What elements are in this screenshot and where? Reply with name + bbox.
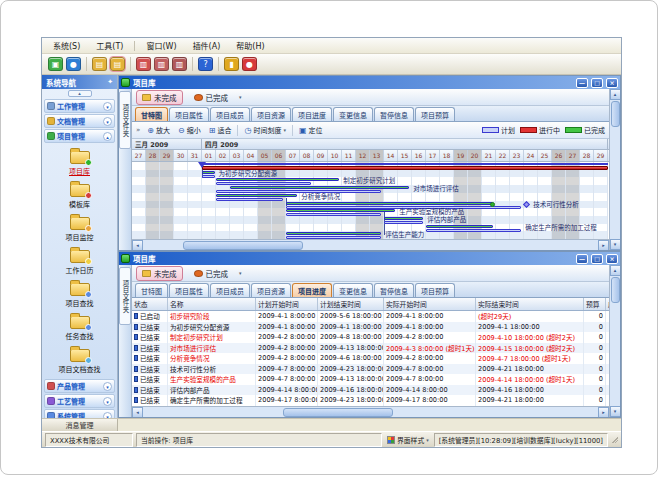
tab-pause-info[interactable]: 暂停信息 [374,283,414,297]
scroll-right-icon[interactable]: ▸ [598,407,609,418]
tab-project-budget[interactable]: 项目预算 [415,107,455,121]
col-header-3[interactable]: 计划结束时间 [318,298,384,310]
pushpin-icon[interactable]: ✦ [107,78,113,86]
sidebar-group-system-mgmt[interactable]: 系统管理▾ [44,409,115,418]
gantt-vertical-scrollbar[interactable]: ▴ ▾ [609,89,620,250]
toolbar-chevron-icon[interactable]: » [136,126,140,134]
filter-incomplete[interactable]: 未完成 [136,90,183,105]
sidebar-item-project-search[interactable]: 项目查找 [66,280,94,308]
col-header-4[interactable]: 实际开始时间 [384,298,476,310]
resize-grip[interactable] [611,436,618,443]
scroll-thumb[interactable] [611,101,620,127]
expand-icon[interactable]: ▾ [103,102,112,111]
sidebar-item-project-doc-search[interactable]: 项目文档查找 [59,346,101,374]
task-actual-bar[interactable] [286,209,395,212]
table-vertical-scrollbar[interactable]: ▴ ▾ [609,265,620,417]
scroll-left-icon[interactable]: ◂ [132,240,143,251]
restore-button[interactable]: □ [591,78,603,88]
expand-icon[interactable]: ▾ [103,397,112,406]
task-plan-bar[interactable] [426,229,521,232]
sidebar-group-process-mgmt[interactable]: 工艺管理▾ [44,394,115,408]
tab-project-members[interactable]: 项目成员 [210,107,250,121]
task-actual-bar[interactable] [216,194,297,197]
sidebar-group-project-mgmt[interactable]: 项目管理▴ [44,129,115,143]
filter-complete[interactable]: 已完成 [188,90,235,105]
col-header-2[interactable]: 计划开始时间 [256,298,318,310]
table-row[interactable]: 已结束技术可行性分析2009-4-7 8:00:002009-4-23 18:0… [132,364,609,375]
col-header-6[interactable]: 预算 [584,298,606,310]
table-row[interactable]: 已启动初步研究阶段2009-4-1 8:00:002009-5-6 18:00:… [132,311,609,322]
web-icon[interactable]: ● [66,57,81,71]
task-plan-bar[interactable] [286,236,381,239]
scroll-up-icon[interactable]: ▴ [610,89,621,100]
menu-item-system[interactable]: 系统(S) [46,39,87,52]
exit-icon[interactable]: ● [242,57,257,71]
scroll-up-icon[interactable]: ▴ [610,265,621,276]
help-icon[interactable]: ? [198,57,213,71]
minimize-button[interactable]: — [576,78,588,88]
table-row[interactable]: 已结束为初步研究分配资源2009-4-1 8:00:002009-4-1 18:… [132,322,609,333]
table-row[interactable]: 已结束制定初步研究计划2009-4-2 8:00:002009-4-8 18:0… [132,332,609,343]
task-plan-bar[interactable] [216,198,283,201]
tab-project-budget[interactable]: 项目预算 [415,283,455,297]
sidebar-item-project-monitor[interactable]: 项目监控 [66,214,94,242]
scroll-thumb[interactable] [283,408,393,417]
task-plan-bar[interactable] [202,175,215,178]
sidebar-item-task-search[interactable]: 任务查找 [66,313,94,341]
tab-gantt[interactable]: 甘特图 [135,283,168,297]
task-actual-bar[interactable] [286,232,381,235]
table-row[interactable]: 已结束确定生产所需的加工过程2009-4-17 8:00:002009-4-23… [132,395,609,406]
task-actual-bar[interactable] [230,186,409,189]
gantt-tool-locate[interactable]: ▣定位 [296,124,326,136]
table-row[interactable]: 已结束生产实验室规模的产品2009-4-7 8:00:002009-4-13 1… [132,374,609,385]
scroll-thumb[interactable] [183,241,303,250]
table-panel-title-bar[interactable]: 项目库 — □ × [119,252,620,265]
table-row[interactable]: 已结束评估内部产品2009-4-14 8:00:002009-4-16 18:0… [132,385,609,396]
sidebar-group-work-mgmt[interactable]: 工作管理▾ [44,99,115,113]
tab-project-resources[interactable]: 项目资源 [251,107,291,121]
task-plan-bar[interactable] [286,213,381,216]
tab-message-mgmt[interactable]: 消息管理 [42,419,118,431]
collapse-icon[interactable]: ▴ [103,132,112,141]
session-icon[interactable]: ▣ [48,57,63,71]
tab-pause-info[interactable]: 暂停信息 [374,107,414,121]
task-actual-bar[interactable] [286,202,493,205]
open-folder-icon[interactable]: ▤ [92,57,107,71]
vertical-tab-project-folder[interactable]: 项目文件夹 [119,265,132,417]
sidebar-group-doc-mgmt[interactable]: 文档管理▾ [44,114,115,128]
tab-project-members[interactable]: 项目成员 [210,283,250,297]
tab-project-props[interactable]: 项目属性 [169,283,209,297]
col-header-0[interactable]: 状态 [132,298,168,310]
sidebar-item-work-calendar[interactable]: 工作日历 [66,247,94,275]
col-header-5[interactable]: 实际结束时间 [476,298,584,310]
tab-project-progress[interactable]: 项目进度 [292,283,332,297]
lock-icon[interactable]: ▮ [224,57,239,71]
scroll-thumb[interactable] [611,277,620,303]
menu-item-window[interactable]: 窗口(W) [139,39,183,52]
scroll-right-icon[interactable]: ▸ [598,240,609,251]
scroll-left-icon[interactable]: ◂ [132,407,143,418]
tab-change-info[interactable]: 变更信息 [333,283,373,297]
menu-item-help[interactable]: 帮助(H) [229,39,271,52]
restore-button[interactable]: □ [591,254,603,264]
expand-icon[interactable]: ▾ [103,382,112,391]
minimize-button[interactable]: — [576,254,588,264]
print-icon[interactable]: ▥ [172,57,187,71]
filter-overflow-icon[interactable]: ▾ [239,270,242,276]
gantt-tool-time-scale[interactable]: ◷时间刻度▾ [241,124,289,136]
gantt-tool-fit[interactable]: ⊞适合 [206,124,235,136]
sidebar-group-product-mgmt[interactable]: 产品管理▾ [44,379,115,393]
task-plan-bar[interactable] [216,190,381,193]
tab-change-info[interactable]: 变更信息 [333,107,373,121]
task-actual-bar[interactable] [384,217,423,220]
table-horizontal-scrollbar[interactable]: ◂ ▸ [132,406,609,417]
close-button[interactable]: × [606,78,618,88]
gantt-horizontal-scrollbar[interactable]: ◂ ▸ [132,239,609,250]
task-actual-bar[interactable] [426,225,493,228]
expand-icon[interactable]: ▾ [103,117,112,126]
menu-item-plugin[interactable]: 插件(A) [186,39,228,52]
task-actual-bar[interactable] [216,178,339,181]
tab-project-props[interactable]: 项目属性 [169,107,209,121]
gantt-panel-title-bar[interactable]: 项目库 — □ × [119,76,620,89]
tab-project-resources[interactable]: 项目资源 [251,283,291,297]
